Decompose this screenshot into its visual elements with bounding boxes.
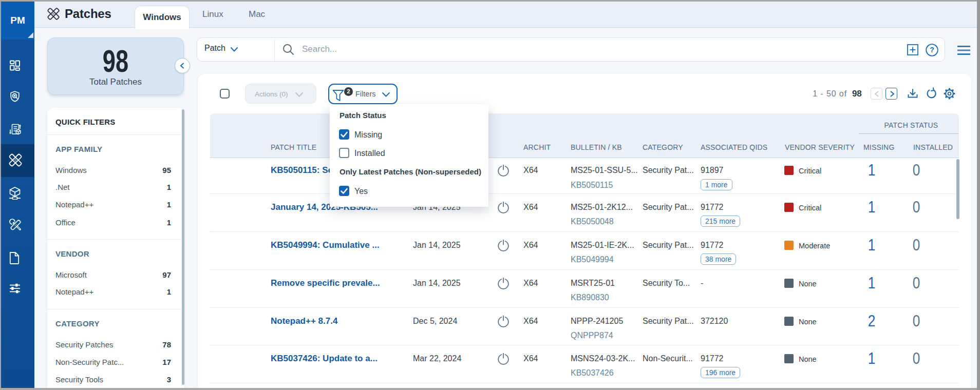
svg-text:?: ? <box>930 46 934 54</box>
